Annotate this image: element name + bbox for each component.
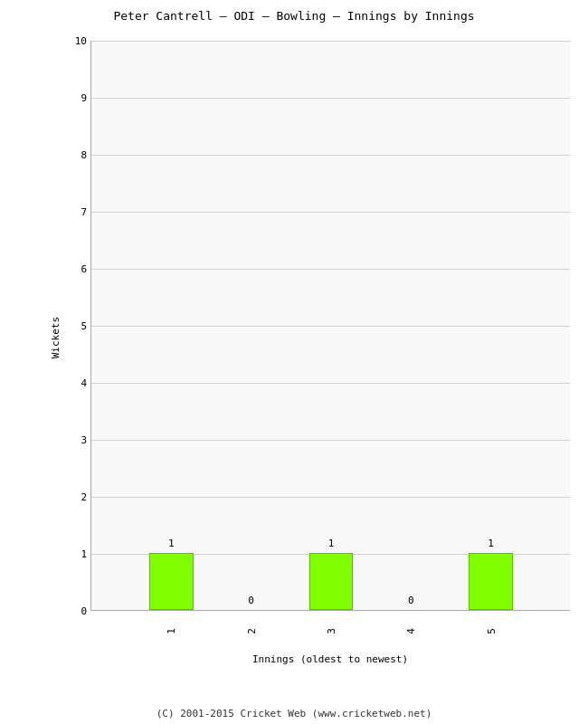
- chart-area: Wickets 0123456789101102130415 Innings (…: [54, 32, 579, 665]
- y-tick-label: 8: [81, 149, 87, 161]
- bar: [149, 553, 194, 610]
- grid-line: [91, 383, 570, 384]
- y-tick-label: 10: [75, 35, 87, 47]
- y-tick-label: 1: [81, 548, 87, 560]
- grid-line: [91, 98, 570, 99]
- y-axis-label: Wickets: [50, 317, 62, 358]
- bar-value-label: 1: [469, 538, 513, 549]
- grid-line: [91, 440, 570, 441]
- chart-container: Peter Cantrell – ODI – Bowling – Innings…: [0, 0, 588, 724]
- x-axis-title: Innings (oldest to newest): [90, 653, 570, 665]
- grid-line: [91, 212, 570, 213]
- x-tick-label: 1: [166, 623, 177, 641]
- bar-value-label: 0: [389, 595, 433, 606]
- bar-value-label: 0: [229, 595, 273, 606]
- x-tick-label: 3: [326, 623, 337, 641]
- x-tick-label: 2: [245, 623, 257, 641]
- y-tick-label: 4: [81, 377, 87, 389]
- grid-line: [91, 41, 570, 42]
- bar: [309, 553, 354, 610]
- grid-line: [91, 326, 570, 327]
- bar-value-label: 1: [309, 538, 354, 549]
- y-tick-label: 3: [81, 434, 87, 446]
- y-tick-label: 0: [81, 605, 87, 617]
- x-tick-label: 5: [485, 623, 497, 641]
- bar: [469, 553, 513, 610]
- x-tick-label: 4: [405, 623, 417, 641]
- chart-title: Peter Cantrell – ODI – Bowling – Innings…: [113, 9, 474, 23]
- y-tick-label: 9: [81, 92, 87, 104]
- bar-value-label: 1: [149, 538, 194, 549]
- grid-line: [91, 497, 570, 498]
- grid-line: [91, 155, 570, 156]
- plot-area: 0123456789101102130415: [90, 41, 570, 611]
- footer: (C) 2001-2015 Cricket Web (www.cricketwe…: [0, 708, 588, 719]
- grid-line: [91, 269, 570, 270]
- y-tick-label: 7: [81, 206, 87, 218]
- y-tick-label: 6: [81, 263, 87, 275]
- y-tick-label: 2: [81, 491, 87, 503]
- y-tick-label: 5: [81, 320, 87, 332]
